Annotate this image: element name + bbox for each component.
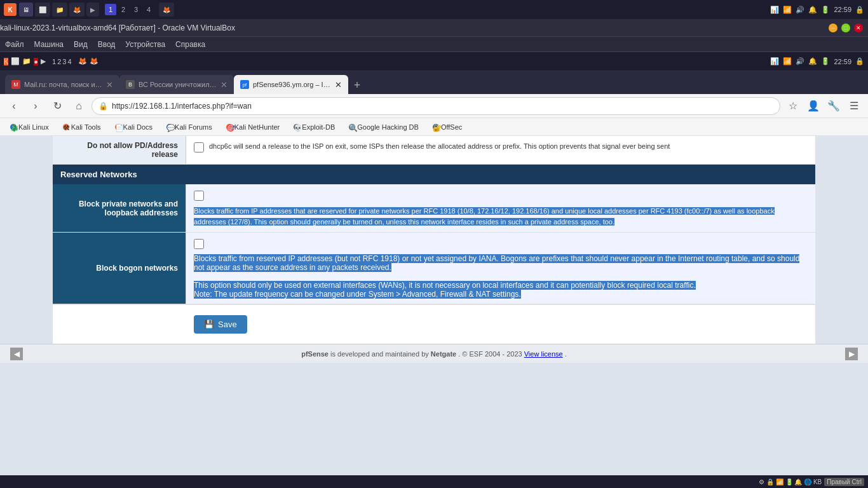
bookmark-kali-docs[interactable]: 📄 Kali Docs xyxy=(110,122,158,132)
block-bogon-value: Blocks traffic from reserved IP addresse… xyxy=(186,233,815,304)
bookmark-exploit-db[interactable]: 💀 Exploit-DB xyxy=(288,122,340,132)
bookmark-google-hacking[interactable]: 🔍 Google Hacking DB xyxy=(344,122,424,132)
address-bar[interactable]: 🔒 https://192.168.1.1/interfaces.php?if=… xyxy=(92,97,780,115)
browser-tab-3[interactable]: pf pfSense936.ym.org – Inte… ✕ xyxy=(234,75,348,94)
view-license-link[interactable]: View license xyxy=(524,350,563,358)
inner-firefox2[interactable]: 🦊 xyxy=(90,57,98,65)
footer-left-arrow[interactable]: ◀ xyxy=(10,348,23,360)
block-private-desc-selected: Blocks traffic from IP addresses that ar… xyxy=(194,207,775,226)
tab2-close[interactable]: ✕ xyxy=(220,80,227,90)
page-footer: ◀ pfSense is developed and maintained by… xyxy=(0,344,868,363)
window-titlebar: kali-linux-2023.1-virtualbox-amd64 [Рабо… xyxy=(0,19,868,37)
inner-bell-icon: 🔔 xyxy=(808,57,817,65)
taskbar-app-files[interactable]: ⬜ xyxy=(35,3,50,17)
bookmark-kali-forums-label: Kali Forums xyxy=(175,123,212,131)
block-bogon-checkbox[interactable] xyxy=(194,239,204,249)
workspace-2[interactable]: 2 xyxy=(118,4,129,15)
menu-help[interactable]: Справка xyxy=(175,40,205,49)
os-app-icon[interactable]: K xyxy=(4,3,17,16)
footer-mid-text: is developed and maintained by xyxy=(330,350,431,358)
taskbar-app-browser[interactable]: 🦊 xyxy=(69,3,85,17)
inner-wifi-icon: 📶 xyxy=(783,57,792,65)
taskbar-app-ff2[interactable]: 🦊 xyxy=(159,3,174,17)
pd-release-checkbox[interactable] xyxy=(194,142,204,152)
menu-view[interactable]: Вид xyxy=(74,40,88,49)
bookmark-kali-forums[interactable]: 💬 Kali Forums xyxy=(161,122,217,132)
tab3-close[interactable]: ✕ xyxy=(335,80,342,90)
browser-tab-1[interactable]: M Mail.ru: почта, поиск и … ✕ xyxy=(5,75,119,94)
bell-icon: 🔔 xyxy=(808,6,817,14)
bookmark-kali-tools[interactable]: 🛠 Kali Tools xyxy=(58,122,106,132)
inner-taskbar-app[interactable]: ⬜ xyxy=(11,57,20,65)
browser-tabs: M Mail.ru: почта, поиск и … ✕ В ВС Росси… xyxy=(0,71,868,94)
home-button[interactable]: ⌂ xyxy=(70,97,88,115)
workspace-1[interactable]: 1 xyxy=(105,4,116,15)
vbox-menu: Файл Машина Вид Ввод Устройства Справка xyxy=(0,37,868,52)
footer-end-text: . xyxy=(565,350,567,358)
block-private-checkbox[interactable] xyxy=(194,191,204,201)
inner-firefox[interactable]: 🦊 xyxy=(78,57,87,65)
menu-devices[interactable]: Устройства xyxy=(125,40,165,49)
pd-release-label: Do not allow PD/Address release xyxy=(53,136,186,164)
profile-button[interactable]: 👤 xyxy=(804,97,822,115)
reload-button[interactable]: ↻ xyxy=(48,97,66,115)
taskbar-app-folder[interactable]: 📁 xyxy=(52,3,67,17)
window-title-text: kali-linux-2023.1-virtualbox-amd64 [Рабо… xyxy=(0,24,235,32)
inner-ws-2[interactable]: 2 xyxy=(57,58,61,65)
inner-systray: 📊 📶 🔊 🔔 🔋 22:59 🔒 xyxy=(770,57,864,65)
maximize-button[interactable]: □ xyxy=(841,24,850,32)
os-taskbar-top: K 🖥 ⬜ 📁 🦊 ▶ 1 2 3 4 � xyxy=(0,0,868,19)
inner-kali-icon[interactable]: K xyxy=(4,58,8,65)
inner-terminal[interactable]: ▶ xyxy=(41,57,46,65)
menu-input[interactable]: Ввод xyxy=(98,40,116,49)
offsec-icon: 🔐 xyxy=(433,124,439,130)
workspace-4[interactable]: 4 xyxy=(143,4,154,15)
files-icon: ⬜ xyxy=(39,6,46,13)
menu-button[interactable]: ☰ xyxy=(845,97,863,115)
block-bogon-desc-2: This option should only be used on exter… xyxy=(194,281,696,290)
taskbar-app-terminal[interactable]: ▶ xyxy=(86,3,99,17)
save-section: 💾 Save xyxy=(53,304,815,344)
footer-right-arrow[interactable]: ▶ xyxy=(845,348,858,360)
workspace-3[interactable]: 3 xyxy=(130,4,142,15)
tab3-title: pfSense936.ym.org – Inte… xyxy=(253,81,331,88)
bookmark-kali-nethunter[interactable]: 🎯 Kali NetHunter xyxy=(221,122,285,132)
tab3-favicon: pf xyxy=(240,80,249,89)
back-button[interactable]: ‹ xyxy=(5,97,23,115)
inner-folder[interactable]: 📁 xyxy=(22,57,31,65)
menu-file[interactable]: Файл xyxy=(5,40,24,49)
close-button[interactable]: ✕ xyxy=(854,24,863,32)
bookmark-google-hacking-label: Google Hacking DB xyxy=(357,123,419,131)
bookmark-kali-linux[interactable]: 🐉 Kali Linux xyxy=(5,122,54,132)
tab2-favicon: В xyxy=(126,80,135,89)
kali-tools-icon: 🛠 xyxy=(63,124,69,130)
inner-lock-icon: 🔒 xyxy=(855,57,864,65)
inner-ws-4[interactable]: 4 xyxy=(67,58,71,65)
form-row-block-bogon: Block bogon networks Blocks traffic from… xyxy=(53,233,815,304)
save-button[interactable]: 💾 Save xyxy=(194,315,247,334)
minimize-button[interactable]: ─ xyxy=(829,24,837,32)
inner-ws-3[interactable]: 3 xyxy=(62,58,66,65)
kali-linux-icon: 🐉 xyxy=(10,124,17,130)
exploit-db-icon: 💀 xyxy=(294,124,300,130)
network-graph-icon: 📊 xyxy=(770,6,779,14)
terminal-icon: ▶ xyxy=(90,6,95,13)
extensions-button[interactable]: 🔧 xyxy=(825,97,843,115)
inner-red[interactable]: ● xyxy=(34,58,38,65)
bookmark-kali-docs-label: Kali Docs xyxy=(123,123,153,131)
taskbar-app-vm[interactable]: 🖥 xyxy=(19,3,33,17)
footer-post-text: . © ESF 2004 - 2023 xyxy=(458,350,524,358)
menu-machine[interactable]: Машина xyxy=(34,40,64,49)
forward-button[interactable]: › xyxy=(27,97,44,115)
block-bogon-label: Block bogon networks xyxy=(53,233,186,304)
bookmark-offsec[interactable]: 🔐 OffSec xyxy=(428,122,467,132)
page-content-area: Do not allow PD/Address release dhcp6c w… xyxy=(0,136,868,475)
tab1-close[interactable]: ✕ xyxy=(106,80,113,90)
inner-ws-1[interactable]: 1 xyxy=(52,58,56,65)
bookmark-kali-linux-label: Kali Linux xyxy=(18,123,49,131)
browser-tab-2[interactable]: В ВС России уничтожили … ✕ xyxy=(119,75,234,94)
bookmark-star-button[interactable]: ☆ xyxy=(784,97,802,115)
block-bogon-label-text: Block bogon networks xyxy=(96,264,178,273)
new-tab-button[interactable]: + xyxy=(348,76,366,94)
wifi-icon: 📶 xyxy=(783,6,792,14)
